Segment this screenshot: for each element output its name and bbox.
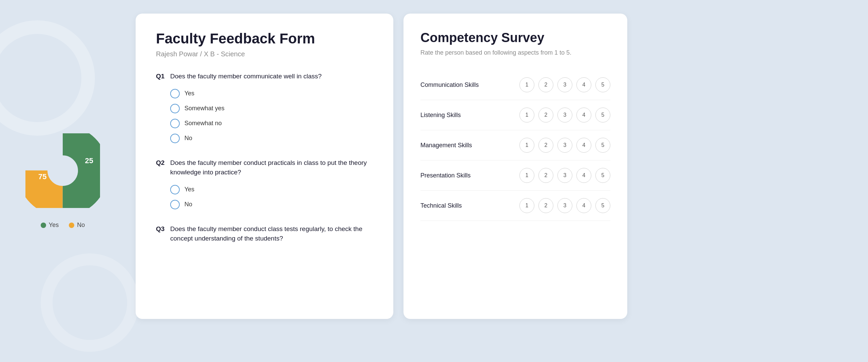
rating-presentation-5[interactable]: 5 xyxy=(595,168,610,183)
pie-label-no: 25 xyxy=(85,156,93,165)
rating-communication-4[interactable]: 4 xyxy=(576,77,591,92)
question-3-number: Q3 xyxy=(156,224,167,244)
option-q1-yes[interactable]: Yes xyxy=(170,89,373,98)
radio-q1-yes[interactable] xyxy=(170,89,180,98)
feedback-form-card: Faculty Feedback Form Rajesh Powar / X B… xyxy=(136,14,393,319)
question-2-options: Yes No xyxy=(156,185,373,209)
rating-technical-5[interactable]: 5 xyxy=(595,198,610,213)
radio-q1-somewhat-yes[interactable] xyxy=(170,104,180,113)
rating-management-5[interactable]: 5 xyxy=(595,138,610,153)
form-subtitle: Rajesh Powar / X B - Science xyxy=(156,50,373,58)
skill-listening-label: Listening Skills xyxy=(420,112,519,119)
skill-row-management: Management Skills 1 2 3 4 5 xyxy=(420,130,610,160)
radio-q1-no[interactable] xyxy=(170,134,180,143)
rating-technical-1[interactable]: 1 xyxy=(519,198,534,213)
question-1-options: Yes Somewhat yes Somewhat no No xyxy=(156,89,373,143)
skill-row-communication: Communication Skills 1 2 3 4 5 xyxy=(420,70,610,100)
skill-technical-ratings: 1 2 3 4 5 xyxy=(519,198,610,213)
question-2-number: Q2 xyxy=(156,158,167,177)
rating-listening-5[interactable]: 5 xyxy=(595,108,610,122)
rating-communication-5[interactable]: 5 xyxy=(595,77,610,92)
skill-row-presentation: Presentation Skills 1 2 3 4 5 xyxy=(420,160,610,191)
rating-technical-4[interactable]: 4 xyxy=(576,198,591,213)
rating-management-4[interactable]: 4 xyxy=(576,138,591,153)
skill-row-listening: Listening Skills 1 2 3 4 5 xyxy=(420,100,610,130)
rating-management-2[interactable]: 2 xyxy=(538,138,553,153)
rating-listening-2[interactable]: 2 xyxy=(538,108,553,122)
option-q2-yes-label: Yes xyxy=(184,186,194,193)
competency-title: Competency Survey xyxy=(420,31,610,45)
question-1-text: Q1 Does the faculty member communicate w… xyxy=(156,72,373,81)
rating-communication-2[interactable]: 2 xyxy=(538,77,553,92)
rating-listening-1[interactable]: 1 xyxy=(519,108,534,122)
radio-q2-no[interactable] xyxy=(170,200,180,209)
skill-communication-ratings: 1 2 3 4 5 xyxy=(519,77,610,92)
skill-presentation-ratings: 1 2 3 4 5 xyxy=(519,168,610,183)
pie-label-yes: 75 xyxy=(38,172,46,181)
legend-no: No xyxy=(69,222,85,229)
rating-technical-3[interactable]: 3 xyxy=(557,198,572,213)
rating-presentation-4[interactable]: 4 xyxy=(576,168,591,183)
rating-management-1[interactable]: 1 xyxy=(519,138,534,153)
pie-chart: 75 25 xyxy=(25,133,100,208)
question-2: Q2 Does the faculty member conduct pract… xyxy=(156,158,373,209)
skill-technical-label: Technical Skills xyxy=(420,202,519,209)
question-3-body: Does the faculty member conduct class te… xyxy=(170,224,373,244)
rating-presentation-2[interactable]: 2 xyxy=(538,168,553,183)
skill-row-technical: Technical Skills 1 2 3 4 5 xyxy=(420,191,610,221)
option-q2-yes[interactable]: Yes xyxy=(170,185,373,194)
question-2-body: Does the faculty member conduct practica… xyxy=(170,158,373,177)
legend-yes-label: Yes xyxy=(49,222,59,229)
option-q1-somewhat-yes[interactable]: Somewhat yes xyxy=(170,104,373,113)
skill-listening-ratings: 1 2 3 4 5 xyxy=(519,108,610,122)
question-1-body: Does the faculty member communicate well… xyxy=(170,72,322,81)
legend-yes-dot xyxy=(41,223,46,228)
question-2-text: Q2 Does the faculty member conduct pract… xyxy=(156,158,373,177)
form-title: Faculty Feedback Form xyxy=(156,31,373,47)
legend-no-label: No xyxy=(77,222,85,229)
rating-communication-3[interactable]: 3 xyxy=(557,77,572,92)
rating-presentation-1[interactable]: 1 xyxy=(519,168,534,183)
legend-no-dot xyxy=(69,223,74,228)
rating-technical-2[interactable]: 2 xyxy=(538,198,553,213)
rating-listening-3[interactable]: 3 xyxy=(557,108,572,122)
competency-subtitle: Rate the person based on following aspec… xyxy=(420,49,610,56)
rating-communication-1[interactable]: 1 xyxy=(519,77,534,92)
skill-management-label: Management Skills xyxy=(420,142,519,149)
option-q2-no-label: No xyxy=(184,201,192,208)
legend-yes: Yes xyxy=(41,222,59,229)
option-q2-no[interactable]: No xyxy=(170,200,373,209)
chart-legend: Yes No xyxy=(41,222,85,229)
rating-presentation-3[interactable]: 3 xyxy=(557,168,572,183)
question-3-text: Q3 Does the faculty member conduct class… xyxy=(156,224,373,244)
option-q1-somewhat-yes-label: Somewhat yes xyxy=(184,105,224,112)
main-content: Faculty Feedback Form Rajesh Powar / X B… xyxy=(125,0,868,362)
question-1: Q1 Does the faculty member communicate w… xyxy=(156,72,373,143)
competency-survey-card: Competency Survey Rate the person based … xyxy=(403,14,627,319)
radio-q1-somewhat-no[interactable] xyxy=(170,119,180,128)
radio-q2-yes[interactable] xyxy=(170,185,180,194)
rating-management-3[interactable]: 3 xyxy=(557,138,572,153)
skill-management-ratings: 1 2 3 4 5 xyxy=(519,138,610,153)
rating-listening-4[interactable]: 4 xyxy=(576,108,591,122)
skill-presentation-label: Presentation Skills xyxy=(420,172,519,179)
skill-communication-label: Communication Skills xyxy=(420,81,519,89)
left-panel: 75 25 Yes No xyxy=(0,0,125,362)
question-1-number: Q1 xyxy=(156,72,167,81)
option-q1-no-label: No xyxy=(184,135,192,142)
option-q1-somewhat-no[interactable]: Somewhat no xyxy=(170,119,373,128)
option-q1-yes-label: Yes xyxy=(184,90,194,97)
option-q1-somewhat-no-label: Somewhat no xyxy=(184,120,222,127)
question-3: Q3 Does the faculty member conduct class… xyxy=(156,224,373,244)
option-q1-no[interactable]: No xyxy=(170,134,373,143)
